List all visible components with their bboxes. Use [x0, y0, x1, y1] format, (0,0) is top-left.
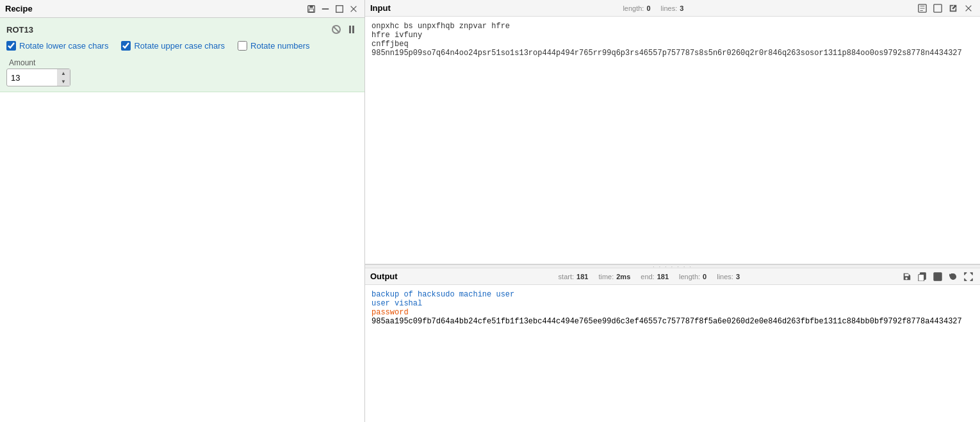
- rotate-numbers-label: Rotate numbers: [250, 41, 310, 51]
- output-fullscreen-icon[interactable]: [962, 270, 975, 283]
- output-text-content[interactable]: backup of hacksudo machine useruser vish…: [365, 285, 980, 422]
- recipe-icon-1[interactable]: [306, 3, 317, 15]
- amount-input-wrapper: ▲ ▼: [6, 69, 70, 86]
- rot13-title: ROT13: [6, 25, 33, 35]
- output-start-pair: start: 181: [559, 273, 589, 280]
- input-icon-2[interactable]: [931, 2, 944, 15]
- input-icon-3[interactable]: [947, 2, 960, 15]
- output-time-val: 2ms: [616, 273, 630, 280]
- spinner-up[interactable]: ▲: [57, 69, 70, 77]
- svg-rect-4: [336, 5, 343, 12]
- rot13-header: ROT13: [6, 23, 358, 36]
- input-meta: length: 0 lines: 3: [623, 4, 683, 12]
- output-section: Output start: 181 time: 2ms end: 181 len…: [365, 268, 980, 422]
- input-length-pair: length: 0: [623, 4, 650, 12]
- output-meta: start: 181 time: 2ms end: 181 length: 0 …: [559, 273, 740, 280]
- input-length-label: length:: [623, 4, 644, 12]
- output-length-pair: length: 0: [679, 273, 706, 280]
- output-lines-val: 3: [736, 273, 740, 280]
- svg-rect-2: [309, 9, 314, 12]
- amount-group: Amount ▲ ▼: [6, 57, 358, 86]
- recipe-icon-4[interactable]: [348, 3, 359, 15]
- output-header: Output start: 181 time: 2ms end: 181 len…: [365, 268, 980, 285]
- input-section-icons: [916, 2, 975, 15]
- output-section-icons: [901, 270, 975, 283]
- output-length-val: 0: [703, 273, 706, 280]
- recipe-title: Recipe: [5, 4, 33, 13]
- rotate-upper-label: Rotate upper case chars: [134, 41, 225, 51]
- input-text-content[interactable]: onpxhc bs unpxfhqb znpvar hfre hfre ivfu…: [365, 17, 980, 264]
- rot13-header-icons: [330, 23, 358, 36]
- svg-rect-1: [309, 5, 313, 8]
- input-icon-close[interactable]: [962, 2, 975, 15]
- output-start-val: 181: [576, 273, 588, 280]
- output-newwindow-icon[interactable]: [931, 270, 944, 283]
- recipe-header: Recipe: [0, 0, 364, 18]
- rotate-upper-checkbox-item[interactable]: Rotate upper case chars: [121, 41, 225, 51]
- output-end-val: 181: [657, 273, 669, 280]
- rotate-lower-checkbox-item[interactable]: Rotate lower case chars: [6, 41, 108, 51]
- right-panel: Input length: 0 lines: 3: [365, 0, 980, 422]
- input-header: Input length: 0 lines: 3: [365, 0, 980, 17]
- recipe-icon-2[interactable]: [320, 3, 331, 15]
- output-lines-label: lines:: [717, 273, 733, 280]
- left-panel: Recipe ROT13: [0, 0, 365, 422]
- spinner-down[interactable]: ▼: [57, 77, 70, 86]
- pause-icon[interactable]: [345, 23, 358, 36]
- rotate-upper-checkbox[interactable]: [121, 41, 131, 51]
- output-lines-pair: lines: 3: [717, 273, 740, 280]
- input-lines-pair: lines: 3: [661, 4, 684, 12]
- output-time-pair: time: 2ms: [598, 273, 630, 280]
- output-start-label: start:: [559, 273, 574, 280]
- svg-rect-6: [934, 4, 942, 12]
- spinner-buttons: ▲ ▼: [57, 69, 70, 86]
- output-save-icon[interactable]: [901, 270, 913, 283]
- svg-rect-3: [322, 8, 329, 10]
- recipe-icon-3[interactable]: [334, 3, 345, 15]
- output-end-pair: end: 181: [641, 273, 669, 280]
- rotate-lower-label: Rotate lower case chars: [19, 41, 108, 51]
- input-length-val: 0: [646, 4, 650, 12]
- input-lines-val: 3: [680, 4, 683, 12]
- input-icon-1[interactable]: [916, 2, 929, 15]
- rotate-numbers-checkbox[interactable]: [238, 41, 247, 51]
- input-title: Input: [370, 3, 391, 13]
- output-undo-icon[interactable]: [947, 270, 960, 283]
- rot13-section: ROT13 Rotate lower case chars Rotate upp…: [0, 18, 364, 92]
- input-lines-label: lines:: [661, 4, 678, 12]
- output-time-label: time:: [598, 273, 614, 280]
- panel-divider[interactable]: [365, 264, 980, 268]
- output-copy-icon[interactable]: [916, 270, 929, 283]
- amount-label: Amount: [6, 57, 358, 67]
- recipe-header-icons: [306, 3, 359, 15]
- rotate-numbers-checkbox-item[interactable]: Rotate numbers: [238, 41, 310, 51]
- output-length-label: length:: [679, 273, 700, 280]
- output-end-label: end:: [641, 273, 654, 280]
- output-title: Output: [370, 272, 398, 281]
- input-section: Input length: 0 lines: 3: [365, 0, 980, 264]
- svg-rect-8: [919, 274, 924, 281]
- checkboxes-row: Rotate lower case chars Rotate upper cas…: [6, 41, 358, 51]
- rotate-lower-checkbox[interactable]: [6, 41, 16, 51]
- disable-icon[interactable]: [330, 23, 343, 36]
